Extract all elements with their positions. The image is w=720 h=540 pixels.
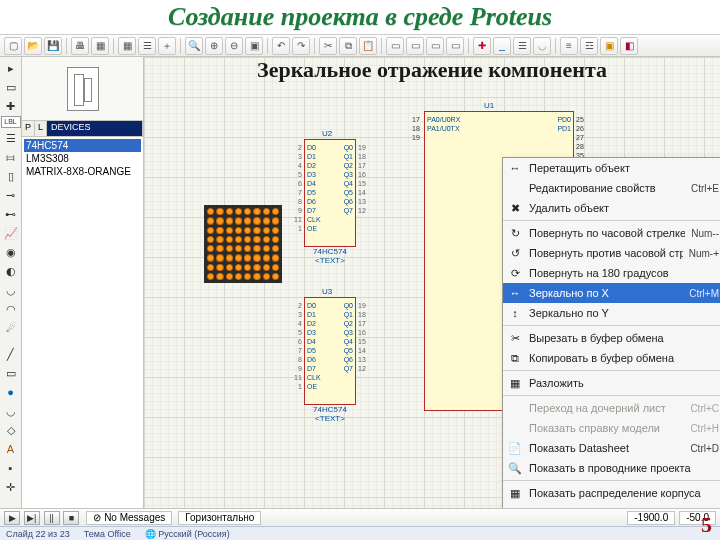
ctx-item[interactable]: ✖Удалить объект: [503, 198, 720, 218]
tool-net-icon[interactable]: ☰: [513, 37, 531, 55]
mode-graph-icon[interactable]: 📈: [1, 224, 21, 242]
context-menu: ↔Перетащить объектРедактирование свойств…: [502, 157, 720, 508]
tool-plus-icon[interactable]: ＋: [158, 37, 176, 55]
ctx-item: Переход на дочерний листCtrl+C: [503, 398, 720, 418]
tool-block3-icon[interactable]: ▭: [426, 37, 444, 55]
mode-probe-v-icon[interactable]: ◡: [1, 281, 21, 299]
ctx-item-label: Показать справку модели: [529, 422, 684, 434]
device-item[interactable]: LM3S308: [24, 152, 141, 165]
ctx-item-label: Показать Datasheet: [529, 442, 684, 454]
schematic-canvas[interactable]: Зеркальное отражение компонента U2 D0D1D…: [144, 57, 720, 508]
device-item[interactable]: 74HC574: [24, 139, 141, 152]
tool-cut-icon[interactable]: ✂: [319, 37, 337, 55]
ctx-item[interactable]: ✂Вырезать в буфер обмена: [503, 328, 720, 348]
play-button[interactable]: ▶: [4, 511, 20, 525]
tool-redo-icon[interactable]: ↷: [292, 37, 310, 55]
ctx-item[interactable]: ↻Повернуть по часовой стрелкеNum--: [503, 223, 720, 243]
ctx-item[interactable]: ↔Зеркально по XCtrl+M: [503, 283, 720, 303]
ctx-item[interactable]: 📄Показать DatasheetCtrl+D: [503, 438, 720, 458]
draw-text-icon[interactable]: A: [1, 440, 21, 458]
draw-marker-icon[interactable]: ✛: [1, 478, 21, 496]
pause-button[interactable]: ||: [44, 511, 60, 525]
ctx-item[interactable]: ↔Перетащить объект: [503, 158, 720, 178]
tool-fit-icon[interactable]: ▣: [245, 37, 263, 55]
ctx-item[interactable]: ⧉Копировать в буфер обмена: [503, 348, 720, 368]
mode-text-icon[interactable]: ☰: [1, 129, 21, 147]
dev-header-label: DEVICES: [47, 121, 143, 136]
tool-copy-icon[interactable]: ⧉: [339, 37, 357, 55]
ctx-item-shortcut: Ctrl+D: [690, 443, 719, 454]
tool-arc-icon[interactable]: ◡: [533, 37, 551, 55]
device-list[interactable]: 74HC574 LM3S308 MATRIX-8X8-ORANGE: [22, 137, 143, 508]
ctx-item-icon: ↔: [507, 160, 523, 176]
tool-grid-icon[interactable]: ▦: [118, 37, 136, 55]
mode-probe-i-icon[interactable]: ◠: [1, 300, 21, 318]
tool-print-icon[interactable]: 🖶: [71, 37, 89, 55]
ctx-item-label: Перетащить объект: [529, 162, 713, 174]
tool-new-icon[interactable]: ▢: [4, 37, 22, 55]
mode-component-icon[interactable]: ▭: [1, 78, 21, 96]
ctx-item[interactable]: 🔍Показать в проводнике проекта: [503, 458, 720, 478]
ctx-item-icon: 🔍: [507, 460, 523, 476]
led-matrix-component[interactable]: [204, 205, 282, 283]
tool-layers-icon[interactable]: ☰: [138, 37, 156, 55]
mode-pin-icon[interactable]: ⊷: [1, 205, 21, 223]
draw-arc-icon[interactable]: ◡: [1, 402, 21, 420]
device-item[interactable]: MATRIX-8X8-ORANGE: [24, 165, 141, 178]
ctx-item[interactable]: ↺Повернуть против часовой стрелкиNum-+: [503, 243, 720, 263]
tool-pick-icon[interactable]: ✚: [473, 37, 491, 55]
tool-area-icon[interactable]: ▦: [91, 37, 109, 55]
dev-header-p[interactable]: P: [22, 121, 35, 136]
ctx-item[interactable]: Редактирование свойствCtrl+E: [503, 178, 720, 198]
tool-erc-icon[interactable]: ≡: [560, 37, 578, 55]
tool-bom-icon[interactable]: ☲: [580, 37, 598, 55]
tool-pkg-icon[interactable]: ▣: [600, 37, 618, 55]
proteus-window: ▢ 📂 💾 🖶 ▦ ▦ ☰ ＋ 🔍 ⊕ ⊖ ▣ ↶ ↷ ✂ ⧉ 📋 ▭ ▭ ▭ …: [0, 34, 720, 526]
mode-gen-icon[interactable]: ◐: [1, 262, 21, 280]
tool-block1-icon[interactable]: ▭: [386, 37, 404, 55]
draw-line-icon[interactable]: ╱: [1, 345, 21, 363]
dev-header-l[interactable]: L: [35, 121, 47, 136]
ctx-item-icon: [507, 180, 523, 196]
mode-instr-icon[interactable]: ☄: [1, 319, 21, 337]
tool-zoom-icon[interactable]: 🔍: [185, 37, 203, 55]
device-list-header: P L DEVICES: [22, 121, 143, 137]
tool-undo-icon[interactable]: ↶: [272, 37, 290, 55]
mode-label-icon[interactable]: LBL: [1, 116, 21, 128]
u2-text: <TEXT>: [304, 256, 356, 265]
draw-symbol-icon[interactable]: ▪: [1, 459, 21, 477]
ctx-item-label: Повернуть на 180 градусов: [529, 267, 713, 279]
ctx-item-label: Повернуть по часовой стрелке: [529, 227, 685, 239]
ctx-item[interactable]: ↕Зеркально по Y: [503, 303, 720, 323]
tool-open-icon[interactable]: 📂: [24, 37, 42, 55]
tool-zoomout-icon[interactable]: ⊖: [225, 37, 243, 55]
ctx-item-icon: ▦: [507, 485, 523, 501]
ctx-item[interactable]: ▦Разложить: [503, 373, 720, 393]
draw-circle-icon[interactable]: ●: [1, 383, 21, 401]
language-label[interactable]: 🌐 Русский (Россия): [145, 529, 230, 539]
tool-pcb-icon[interactable]: ◧: [620, 37, 638, 55]
mode-junction-icon[interactable]: ✚: [1, 97, 21, 115]
tool-save-icon[interactable]: 💾: [44, 37, 62, 55]
draw-rect-icon[interactable]: ▭: [1, 364, 21, 382]
tool-zoomin-icon[interactable]: ⊕: [205, 37, 223, 55]
mode-select-icon[interactable]: ▸: [1, 59, 21, 77]
ctx-item-label: Разложить: [529, 377, 713, 389]
tool-block2-icon[interactable]: ▭: [406, 37, 424, 55]
component-u3[interactable]: U3 D0D1D2D3D4D5D6D7CLKOE Q0Q1Q2Q3Q4Q5Q6Q…: [304, 297, 356, 423]
mode-terminal-icon[interactable]: ⊸: [1, 186, 21, 204]
mode-bus-icon[interactable]: ⧦: [1, 148, 21, 166]
mode-cell: Горизонтально: [178, 511, 261, 525]
mode-tape-icon[interactable]: ◉: [1, 243, 21, 261]
tool-block4-icon[interactable]: ▭: [446, 37, 464, 55]
ctx-item[interactable]: ▦Показать распределение корпуса: [503, 483, 720, 503]
draw-path-icon[interactable]: ◇: [1, 421, 21, 439]
messages-cell[interactable]: ⊘ No Messages: [86, 511, 172, 525]
tool-wire-icon[interactable]: ⎯: [493, 37, 511, 55]
ctx-item[interactable]: ⟳Повернуть на 180 градусов: [503, 263, 720, 283]
tool-paste-icon[interactable]: 📋: [359, 37, 377, 55]
step-button[interactable]: ▶|: [24, 511, 40, 525]
stop-button[interactable]: ■: [63, 511, 79, 525]
mode-subckt-icon[interactable]: ▯: [1, 167, 21, 185]
component-u2[interactable]: U2 D0D1D2D3D4D5D6D7CLKOE Q0Q1Q2Q3Q4Q5Q6Q…: [304, 139, 356, 265]
